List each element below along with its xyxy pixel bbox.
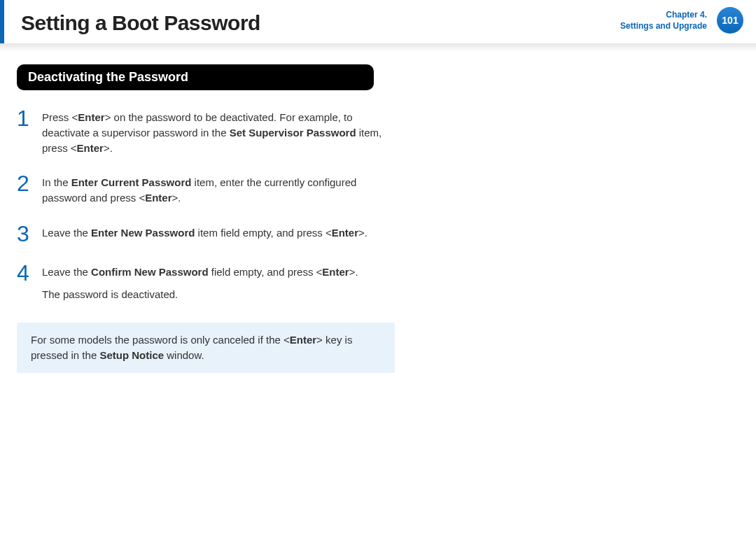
step-number: 2	[17, 172, 42, 195]
step-body: In the Enter Current Password item, ente…	[42, 172, 389, 206]
page-number-badge: 101	[717, 7, 743, 34]
step-number: 4	[17, 262, 42, 284]
section-title: Deactivating the Password	[17, 64, 374, 90]
step-extra: The password is deactivated.	[42, 287, 358, 302]
page-header: Setting a Boot Password Chapter 4. Setti…	[0, 0, 756, 43]
header-divider	[0, 43, 756, 52]
step-text: Leave the Confirm New Password field emp…	[42, 266, 358, 278]
content-column: Deactivating the Password 1 Press <Enter…	[0, 64, 406, 373]
step-body: Press <Enter> on the password to be deac…	[42, 107, 389, 155]
chapter-info: Chapter 4. Settings and Upgrade	[620, 10, 707, 31]
note-box: For some models the password is only can…	[17, 323, 395, 373]
chapter-line2: Settings and Upgrade	[620, 21, 707, 32]
step-body: Leave the Confirm New Password field emp…	[42, 262, 358, 302]
step-2: 2 In the Enter Current Password item, en…	[17, 172, 389, 206]
step-1: 1 Press <Enter> on the password to be de…	[17, 107, 389, 155]
step-number: 1	[17, 107, 42, 129]
step-3: 3 Leave the Enter New Password item fiel…	[17, 223, 389, 245]
step-number: 3	[17, 223, 42, 245]
chapter-line1: Chapter 4.	[620, 10, 707, 21]
step-body: Leave the Enter New Password item field …	[42, 223, 368, 241]
step-4: 4 Leave the Confirm New Password field e…	[17, 262, 389, 302]
